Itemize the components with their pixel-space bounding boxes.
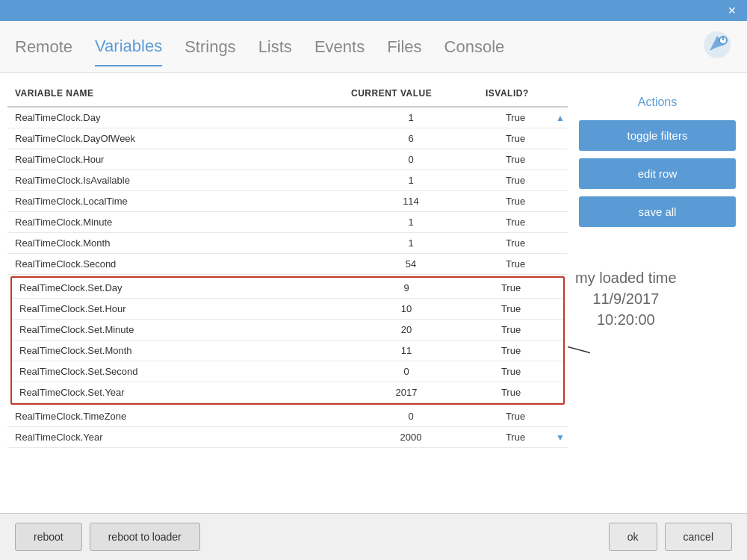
- table-row[interactable]: RealTimeClock.Day1True▲: [7, 108, 568, 128]
- row-current-value: 11: [339, 340, 474, 361]
- row-variable-name: RealTimeClock.Year: [7, 427, 344, 447]
- table-row[interactable]: RealTimeClock.Set.Minute20True: [12, 320, 563, 340]
- row-scroll-arrow: [553, 191, 568, 211]
- row-is-valid: True: [474, 340, 548, 361]
- row-current-value: 54: [344, 254, 478, 274]
- svg-line-3: [568, 323, 590, 353]
- table-row[interactable]: RealTimeClock.Set.Second0True: [12, 361, 563, 382]
- row-is-valid: True: [474, 278, 548, 298]
- row-variable-name: RealTimeClock.Set.Second: [12, 361, 339, 382]
- row-is-valid: True: [478, 233, 553, 253]
- table-row[interactable]: RealTimeClock.Second54True: [7, 254, 568, 275]
- row-is-valid: True: [478, 254, 553, 274]
- row-variable-name: RealTimeClock.Set.Hour: [12, 299, 339, 319]
- row-variable-name: RealTimeClock.LocalTime: [7, 191, 344, 211]
- table-row[interactable]: RealTimeClock.Hour0True: [7, 149, 568, 170]
- nav-strings[interactable]: Strings: [185, 37, 235, 66]
- row-variable-name: RealTimeClock.Month: [7, 233, 344, 253]
- row-is-valid: True: [478, 212, 553, 232]
- row-variable-name: RealTimeClock.Set.Month: [12, 340, 339, 361]
- annotation-line2: 11/9/2017: [575, 288, 677, 309]
- row-current-value: 6: [344, 128, 478, 149]
- table-row[interactable]: RealTimeClock.IsAvailable1True: [7, 170, 568, 191]
- cancel-button[interactable]: cancel: [665, 523, 732, 551]
- row-scroll-arrow: [548, 382, 563, 402]
- row-current-value: 1: [344, 233, 478, 253]
- table-section: VARIABLE NAME CURRENT VALUE ISVALID? Rea…: [0, 73, 568, 513]
- table-row[interactable]: RealTimeClock.Set.Hour10True: [12, 299, 563, 320]
- nav-variables[interactable]: Variables: [95, 37, 162, 66]
- nav-bar: Remote Variables Strings Lists Events Fi…: [0, 21, 747, 73]
- row-variable-name: RealTimeClock.DayOfWeek: [7, 128, 344, 149]
- annotation-block: my loaded time 11/9/2017 10:20:00: [575, 267, 677, 330]
- table-row[interactable]: RealTimeClock.Set.Month11True: [12, 340, 563, 361]
- row-variable-name: RealTimeClock.IsAvailable: [7, 170, 344, 190]
- row-current-value: 10: [339, 299, 474, 319]
- row-scroll-arrow: [548, 340, 563, 361]
- toggle-filters-button[interactable]: toggle filters: [579, 120, 736, 151]
- close-button[interactable]: ✕: [723, 3, 741, 18]
- row-current-value: 1: [344, 170, 478, 190]
- row-variable-name: RealTimeClock.Day: [7, 108, 344, 128]
- row-scroll-arrow: [553, 212, 568, 232]
- table-row[interactable]: RealTimeClock.Minute1True: [7, 212, 568, 233]
- reboot-to-loader-button[interactable]: reboot to loader: [90, 523, 200, 551]
- row-scroll-arrow: ▲: [553, 108, 568, 128]
- row-is-valid: True: [478, 427, 553, 447]
- row-scroll-arrow: [548, 278, 563, 298]
- actions-label: Actions: [579, 96, 736, 109]
- table-header: VARIABLE NAME CURRENT VALUE ISVALID?: [7, 81, 568, 108]
- row-current-value: 0: [344, 149, 478, 169]
- col-header-name: VARIABLE NAME: [7, 85, 344, 102]
- table-row[interactable]: RealTimeClock.TimeZone0True: [7, 406, 568, 427]
- row-scroll-arrow: [548, 320, 563, 340]
- nav-lists[interactable]: Lists: [258, 37, 292, 66]
- sidebar: Actions toggle filters edit row save all…: [568, 73, 747, 513]
- row-is-valid: True: [478, 149, 553, 169]
- title-bar: ✕: [0, 0, 747, 21]
- row-current-value: 0: [339, 361, 474, 382]
- annotation-line3: 10:20:00: [575, 309, 677, 330]
- row-current-value: 1: [344, 108, 478, 128]
- row-scroll-arrow: [553, 170, 568, 190]
- save-all-button[interactable]: save all: [579, 196, 736, 227]
- row-scroll-arrow: [553, 254, 568, 274]
- table-row[interactable]: RealTimeClock.Set.Year2017True: [12, 382, 563, 403]
- ok-button[interactable]: ok: [609, 523, 657, 551]
- reboot-button[interactable]: reboot: [15, 523, 82, 551]
- table-body: RealTimeClock.Day1True▲RealTimeClock.Day…: [7, 108, 568, 505]
- row-variable-name: RealTimeClock.TimeZone: [7, 406, 344, 426]
- row-current-value: 2017: [339, 382, 474, 402]
- col-header-scroll: [553, 85, 568, 102]
- nav-console[interactable]: Console: [444, 37, 505, 66]
- table-row[interactable]: RealTimeClock.Set.Day9True: [12, 278, 563, 299]
- row-variable-name: RealTimeClock.Second: [7, 254, 344, 274]
- row-is-valid: True: [474, 320, 548, 340]
- nav-remote[interactable]: Remote: [15, 37, 72, 66]
- edit-row-button[interactable]: edit row: [579, 158, 736, 189]
- annotation-line1: my loaded time: [575, 267, 677, 288]
- row-scroll-arrow: [553, 233, 568, 253]
- nav-events[interactable]: Events: [314, 37, 365, 66]
- col-header-value: CURRENT VALUE: [344, 85, 478, 102]
- row-variable-name: RealTimeClock.Set.Year: [12, 382, 339, 402]
- row-variable-name: RealTimeClock.Set.Minute: [12, 320, 339, 340]
- row-is-valid: True: [478, 191, 553, 211]
- row-scroll-arrow: [553, 149, 568, 169]
- table-row[interactable]: RealTimeClock.LocalTime114True: [7, 191, 568, 212]
- footer: reboot reboot to loader ok cancel: [0, 513, 747, 560]
- row-current-value: 0: [344, 406, 478, 426]
- table-row[interactable]: RealTimeClock.Month1True: [7, 233, 568, 254]
- col-header-valid: ISVALID?: [478, 85, 553, 102]
- row-scroll-arrow: [553, 128, 568, 149]
- row-variable-name: RealTimeClock.Set.Day: [12, 278, 339, 298]
- row-is-valid: True: [478, 128, 553, 149]
- table-row[interactable]: RealTimeClock.DayOfWeek6True: [7, 128, 568, 149]
- main-content: VARIABLE NAME CURRENT VALUE ISVALID? Rea…: [0, 73, 747, 513]
- nav-files[interactable]: Files: [387, 37, 421, 66]
- app-logo: [702, 30, 732, 72]
- row-is-valid: True: [478, 108, 553, 128]
- row-current-value: 1: [344, 212, 478, 232]
- row-variable-name: RealTimeClock.Minute: [7, 212, 344, 232]
- table-row[interactable]: RealTimeClock.Year2000True▼: [7, 427, 568, 448]
